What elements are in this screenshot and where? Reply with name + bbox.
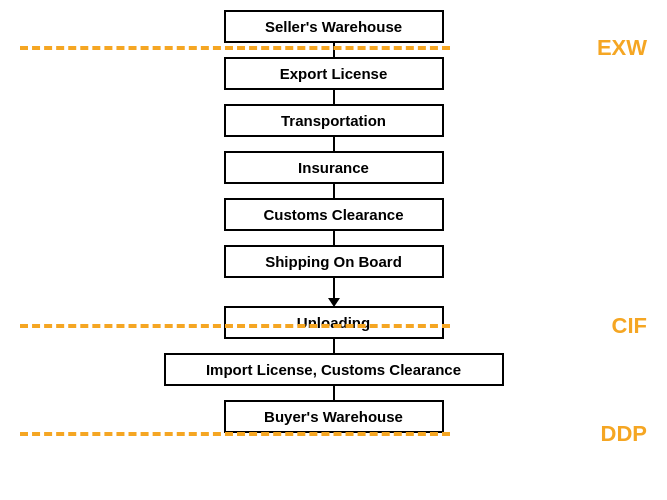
- exw-dashed-line: EXW: [0, 46, 667, 50]
- ddp-dashed-inner: [20, 432, 450, 436]
- customs-clearance-box: Customs Clearance: [224, 198, 444, 231]
- shipping-on-board-label: Shipping On Board: [265, 253, 402, 270]
- transportation-box: Transportation: [224, 104, 444, 137]
- connector-3: [333, 137, 335, 151]
- sellers-warehouse-label: Seller's Warehouse: [265, 18, 402, 35]
- export-license-label: Export License: [280, 65, 388, 82]
- sellers-warehouse-box: Seller's Warehouse: [224, 10, 444, 43]
- exw-dashed-inner: [20, 46, 450, 50]
- connector-7: [333, 339, 335, 353]
- connector-8: [333, 386, 335, 400]
- insurance-box: Insurance: [224, 151, 444, 184]
- diagram-container: Seller's Warehouse Export License Transp…: [0, 0, 667, 433]
- unloading-label: Unloading: [297, 314, 370, 331]
- import-license-box: Import License, Customs Clearance: [164, 353, 504, 386]
- insurance-label: Insurance: [298, 159, 369, 176]
- ddp-label: DDP: [601, 421, 647, 447]
- import-license-label: Import License, Customs Clearance: [206, 361, 461, 378]
- cif-label: CIF: [612, 313, 647, 339]
- cif-dashed-line: CIF: [0, 324, 667, 328]
- transportation-label: Transportation: [281, 112, 386, 129]
- buyers-warehouse-box: Buyer's Warehouse: [224, 400, 444, 433]
- unloading-box: Unloading: [224, 306, 444, 339]
- connector-5: [333, 231, 335, 245]
- shipping-on-board-box: Shipping On Board: [224, 245, 444, 278]
- export-license-box: Export License: [224, 57, 444, 90]
- buyers-warehouse-label: Buyer's Warehouse: [264, 408, 403, 425]
- exw-label: EXW: [597, 35, 647, 61]
- customs-clearance-label: Customs Clearance: [263, 206, 403, 223]
- cif-dashed-inner: [20, 324, 450, 328]
- connector-4: [333, 184, 335, 198]
- ddp-dashed-line: DDP: [0, 432, 667, 436]
- connector-2: [333, 90, 335, 104]
